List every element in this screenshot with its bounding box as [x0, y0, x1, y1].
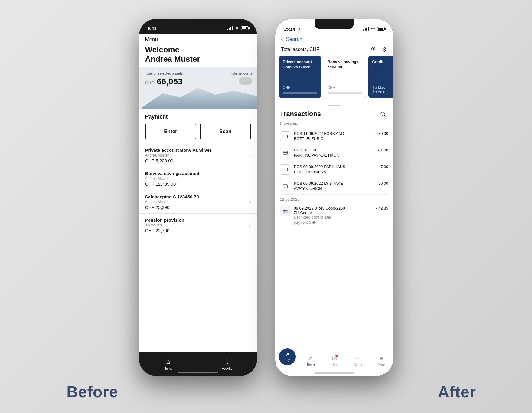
chevron-icon-3: › [249, 199, 251, 205]
inbox-badge-dot [335, 354, 338, 357]
header-icons: 👁 ⚙ [371, 46, 387, 53]
transaction-amount-2: - 1.20 [369, 148, 388, 152]
search-back-text[interactable]: Search [286, 36, 302, 42]
transaction-details-4: POS 09.09.2022 LY'S TAKEAWAY>ZURICH [294, 181, 365, 191]
account-item-1[interactable]: Private account Bonviva Silver Andrea Mu… [139, 144, 257, 167]
nav-home[interactable]: ⌂ Home [164, 358, 172, 370]
battery-icon [241, 26, 249, 30]
nav2-more[interactable]: ≡ More [370, 354, 393, 367]
tab-currency-2: CHF [328, 86, 362, 90]
transaction-amount-4: - 90.00 [369, 181, 388, 186]
account-tab-2[interactable]: Bonviva savingsaccount CHF [324, 56, 366, 98]
account-item-3[interactable]: Safekeeping S 123456-78 Andrea Muster CH… [139, 190, 257, 213]
enter-button[interactable]: Enter [145, 124, 196, 139]
scan-button[interactable]: Scan [200, 124, 251, 139]
transaction-details-2: CH/CHF 1.20/PARKINGPAY>DIETIKON [294, 148, 365, 158]
chevron-icon-1: › [249, 152, 251, 159]
phone1-header: Menu Welcome Andrea Muster [139, 34, 257, 67]
account-amount-2: CHF 12,735.00 [145, 181, 200, 187]
transaction-icon-3 [280, 164, 290, 175]
account-holder-2: Andrea Muster [145, 177, 200, 181]
nav-activity-label: Activity [222, 367, 232, 370]
page-background: 9:41 Menu [0, 0, 532, 413]
label-before: Before [67, 383, 118, 401]
transaction-3[interactable]: POS 09.09.2022 PARKHAUSHOHE PROMENA - 7.… [280, 161, 388, 178]
account-tab-1[interactable]: Private accountBonviva Silver CHF [279, 56, 321, 98]
transaction-icon-1 [280, 131, 290, 141]
assets-amount: 66,053 [157, 77, 183, 86]
transaction-details-1: POS 11.09.2022 FORK ANDBOTTLE>ZURIC [294, 131, 365, 141]
transaction-1[interactable]: POS 11.09.2022 FORK ANDBOTTLE>ZURIC - 13… [280, 128, 388, 145]
svg-rect-4 [283, 135, 287, 138]
pay-button[interactable]: ↗ Pay [279, 348, 296, 365]
chevron-icon-2: › [249, 176, 251, 182]
payment-section: Payment Enter Scan [139, 109, 257, 144]
home-indicator-2 [315, 372, 354, 374]
tab-amount-bar-1 [283, 92, 317, 94]
account-name-2: Bonviva savings account [145, 171, 200, 176]
transaction-4[interactable]: POS 09.09.2022 LY'S TAKEAWAY>ZURICH - 90… [280, 178, 388, 195]
coop-details: 09.09.2022 07:43 Coop-2250ZH Center Debi… [294, 206, 365, 225]
nav-activity[interactable]: ⤵ Activity [222, 358, 232, 370]
tab-name-1: Private accountBonviva Silver [283, 60, 317, 70]
payment-title: Payment [145, 114, 251, 120]
phone-before: 9:41 Menu [139, 19, 257, 376]
svg-rect-10 [283, 185, 287, 188]
svg-line-3 [384, 115, 385, 117]
back-arrow[interactable]: ‹ [281, 36, 283, 42]
date-separator: 12.09.2022 [280, 195, 388, 203]
account-amount-3: CHF 25,390 [145, 205, 199, 210]
coop-amount: - 42.35 [369, 206, 388, 210]
transaction-coop[interactable]: 09.09.2022 07:43 Coop-2250ZH Center Debi… [280, 203, 388, 228]
transaction-amount-3: - 7.00 [369, 164, 388, 169]
battery-icon-2 [377, 27, 385, 31]
phone2-screen: 15:14 ✈ [275, 19, 393, 376]
payment-buttons: Enter Scan [145, 124, 251, 139]
status-icons [227, 26, 249, 30]
pay-icon: ↗ [285, 352, 289, 358]
phone1-screen: 9:41 Menu [139, 19, 257, 376]
nav2-inbox-label: Inbox [331, 363, 338, 366]
nav-home-label: Home [164, 367, 172, 370]
nav-header: ‹ Search [275, 34, 393, 45]
assets-currency: CHF [145, 80, 154, 85]
chevron-icon-4: › [249, 222, 251, 229]
nav2-inbox[interactable]: ✉ Inbox [323, 354, 346, 368]
cards-icon: ▭ [355, 355, 361, 362]
pay-label: Pay [285, 358, 290, 362]
tab-cards-info: 1 x Mas1 x Ame [372, 86, 393, 94]
label-after: After [438, 383, 476, 401]
account-holder-4: 3 Products [145, 223, 184, 227]
activity-icon: ⤵ [225, 358, 229, 366]
welcome-text: Welcome Andrea Muster [145, 45, 251, 64]
eye-icon[interactable]: 👁 [371, 46, 377, 53]
transactions-search-btn[interactable] [377, 109, 388, 119]
provisional-label: Provisional [280, 121, 388, 126]
transaction-icon-4 [280, 181, 290, 191]
account-item-2[interactable]: Bonviva savings account Andrea Muster CH… [139, 167, 257, 190]
inbox-badge-container: ✉ [332, 355, 337, 362]
account-tabs: Private accountBonviva Silver CHF Bonviv… [275, 56, 393, 102]
svg-rect-8 [283, 168, 287, 171]
tab-name-2: Bonviva savingsaccount [328, 60, 362, 70]
assets-card: Total of selected assets CHF 66,053 Hide… [139, 67, 257, 109]
nav2-cards-label: Cards [354, 363, 362, 366]
account-tab-3[interactable]: Credit 1 x Mas1 x Ame [368, 56, 393, 98]
bottom-nav: ⌂ Home ⤵ Activity [139, 352, 257, 376]
transaction-2[interactable]: CH/CHF 1.20/PARKINGPAY>DIETIKON - 1.20 [280, 145, 388, 161]
nav2-home[interactable]: ⌂ Home [299, 354, 323, 367]
home-icon: ⌂ [166, 358, 170, 366]
nav2-more-label: More [378, 363, 385, 366]
svg-point-2 [381, 112, 384, 115]
hide-amounts-label: Hide amounts [230, 71, 252, 76]
status-time-2: 15:14 ✈ [284, 26, 301, 31]
account-item-4[interactable]: Pension provision 3 Products CHF 22,700 … [139, 213, 257, 237]
settings-icon[interactable]: ⚙ [382, 46, 387, 53]
hide-amounts-toggle[interactable] [239, 77, 252, 85]
account-holder-1: Andrea Muster [145, 153, 211, 158]
transactions-header: Transactions [280, 109, 388, 119]
more-icon: ≡ [380, 355, 383, 362]
svg-point-0 [236, 29, 237, 30]
nav2-cards[interactable]: ▭ Cards [346, 354, 370, 368]
transactions-title: Transactions [280, 110, 321, 118]
